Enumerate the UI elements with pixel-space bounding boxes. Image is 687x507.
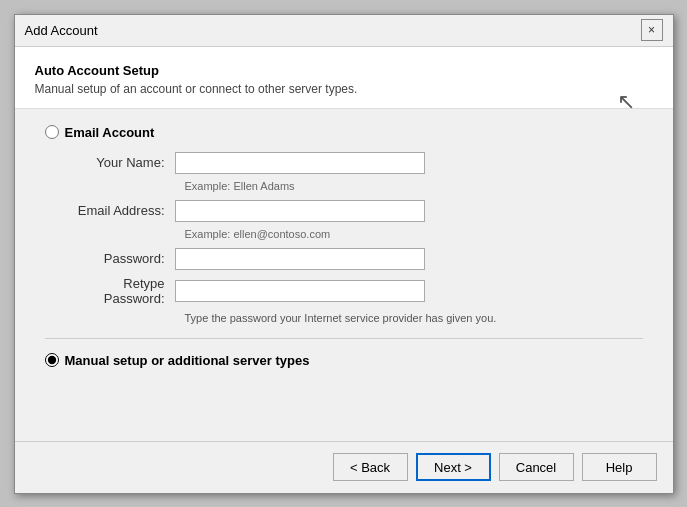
email-address-example: Example: ellen@contoso.com [185,228,643,240]
email-account-radio[interactable] [45,125,59,139]
bottom-bar: < Back Next > Cancel Help [15,441,673,493]
your-name-row: Your Name: [65,152,643,174]
email-account-label: Email Account [65,125,155,140]
dialog-title: Add Account [25,23,98,38]
auto-setup-heading: Auto Account Setup [35,63,653,78]
your-name-label: Your Name: [65,155,175,170]
email-form-grid: Your Name: Example: Ellen Adams Email Ad… [45,152,643,324]
email-address-row: Email Address: [65,200,643,222]
top-section-wrapper: Auto Account Setup Manual setup of an ac… [15,47,673,109]
content-area: Auto Account Setup Manual setup of an ac… [15,47,673,441]
next-button[interactable]: Next > [416,453,491,481]
title-bar: Add Account × [15,15,673,47]
retype-password-row: Retype Password: [65,276,643,306]
retype-password-input[interactable] [175,280,425,302]
top-section: Auto Account Setup Manual setup of an ac… [15,47,673,109]
password-input[interactable] [175,248,425,270]
password-label: Password: [65,251,175,266]
back-button[interactable]: < Back [333,453,408,481]
section-divider [45,338,643,339]
add-account-dialog: Add Account × Auto Account Setup Manual … [14,14,674,494]
help-button[interactable]: Help [582,453,657,481]
email-account-radio-label[interactable]: Email Account [45,125,643,140]
close-button[interactable]: × [641,19,663,41]
email-address-input[interactable] [175,200,425,222]
your-name-input[interactable] [175,152,425,174]
email-address-label: Email Address: [65,203,175,218]
manual-setup-radio[interactable] [45,353,59,367]
password-row: Password: [65,248,643,270]
main-section: Email Account Your Name: Example: Ellen … [15,109,673,441]
password-hint: Type the password your Internet service … [185,312,643,324]
manual-setup-radio-label[interactable]: Manual setup or additional server types [45,353,643,368]
cancel-button[interactable]: Cancel [499,453,574,481]
retype-password-label: Retype Password: [65,276,175,306]
your-name-example: Example: Ellen Adams [185,180,643,192]
auto-setup-subtitle: Manual setup of an account or connect to… [35,82,653,96]
manual-setup-label: Manual setup or additional server types [65,353,310,368]
